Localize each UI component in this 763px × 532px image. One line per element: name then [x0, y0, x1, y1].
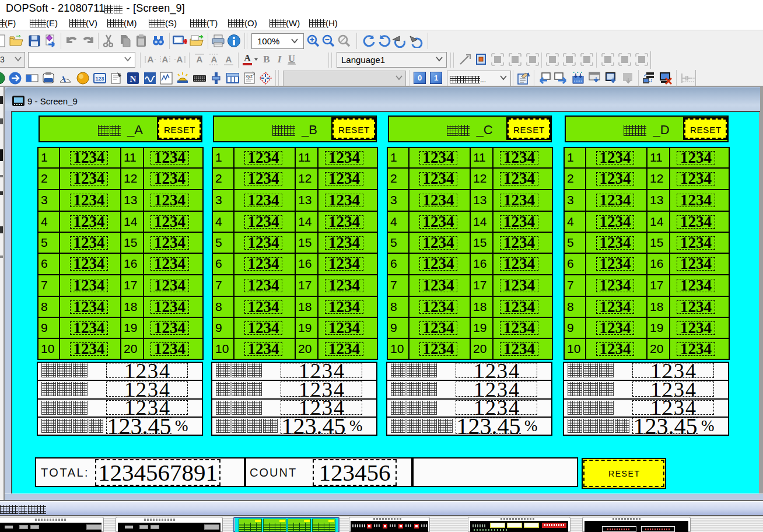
svg-text:A: A [226, 54, 232, 64]
svg-text:I: I [277, 54, 282, 65]
svg-text:U: U [288, 54, 295, 64]
svg-text:A: A [148, 54, 154, 64]
svg-text:123: 123 [95, 76, 104, 82]
svg-text:xyz: xyz [246, 74, 253, 79]
svg-text:B: B [263, 54, 270, 65]
svg-text:A: A [244, 53, 251, 63]
svg-text:A: A [197, 54, 203, 64]
svg-text:A: A [162, 54, 169, 64]
svg-text:N: N [130, 74, 136, 83]
svg-text:A: A [177, 54, 183, 64]
svg-text:A: A [211, 54, 218, 64]
